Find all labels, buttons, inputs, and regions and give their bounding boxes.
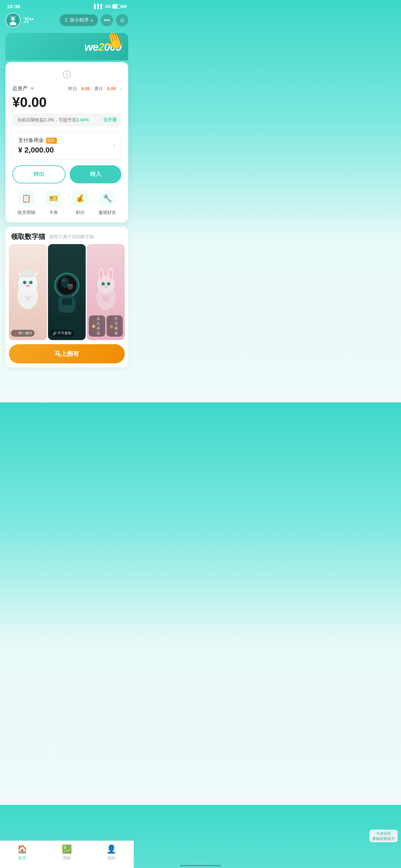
- assets-section: 总资产 👁 昨日 0.00 累计 0.00 › ¥0.00 当前活期收益0.3%…: [12, 85, 121, 126]
- cat1-placeholder: [9, 244, 47, 340]
- reserve-info: 支付备用金 贷款 ¥ 2,000.00: [18, 137, 57, 155]
- svg-point-13: [29, 296, 31, 298]
- yield-text-prefix: 当前活期收益0.3%，可提升至: [17, 117, 76, 122]
- yield-text: 当前活期收益0.3%，可提升至2.40%: [17, 117, 89, 123]
- more-button[interactable]: •••: [101, 14, 113, 26]
- svg-point-30: [109, 269, 112, 279]
- top-actions: ⠿ 加小程序 » ••• ⊙: [60, 14, 128, 26]
- eye-icon[interactable]: 👁: [30, 86, 35, 92]
- banner: we2000 🤚: [5, 33, 128, 60]
- svg-point-1: [10, 22, 16, 25]
- cat3-badge-store: ⭐永久存证: [89, 315, 105, 337]
- total-value: 0.00: [107, 86, 116, 91]
- svg-point-9: [29, 281, 33, 284]
- yesterday-value: 0.00: [81, 86, 90, 91]
- svg-point-22: [70, 284, 73, 286]
- battery-icon: [112, 4, 121, 9]
- svg-point-19: [62, 279, 65, 282]
- cat-section: 领取数字猫 拥有只属于你的数字猫: [5, 227, 128, 367]
- status-time: 19:38: [7, 3, 20, 9]
- network-type: 4G: [105, 4, 111, 9]
- svg-rect-24: [62, 298, 72, 305]
- svg-point-33: [104, 286, 108, 288]
- svg-rect-15: [23, 270, 33, 276]
- cat-image-1[interactable]: 🔖唯一编号: [9, 244, 47, 340]
- scan-icon: ⊙: [120, 17, 124, 24]
- reserve-card[interactable]: 支付备用金 贷款 ¥ 2,000.00 ›: [12, 132, 121, 160]
- status-icons: ▌▌▌ 4G 48: [94, 4, 127, 9]
- arrow-icon: »: [90, 17, 93, 23]
- activate-button[interactable]: 去开通: [103, 117, 117, 123]
- stats-arrow[interactable]: ›: [120, 86, 121, 91]
- cat2-placeholder: [48, 244, 86, 340]
- points-label: 积分: [76, 209, 85, 216]
- add-mini-button[interactable]: ⠿ 加小程序 »: [60, 14, 98, 26]
- assets-title: 总资产 👁: [12, 85, 35, 92]
- avatar[interactable]: [5, 13, 21, 28]
- cat-image-3[interactable]: ⭐永久存证 🔒不可篡改: [87, 244, 125, 340]
- cat-section-title: 领取数字猫: [11, 232, 45, 241]
- transactions-label: 收支明细: [17, 209, 35, 216]
- feature-grid: 📋 收支明细 🎫 卡券 💰 积分 🔧 邀请好友: [12, 190, 121, 216]
- svg-point-29: [100, 269, 102, 279]
- vouchers-label: 卡券: [49, 209, 58, 216]
- total-label: 累计: [94, 86, 103, 92]
- svg-point-12: [25, 296, 27, 298]
- assets-header: 总资产 👁 昨日 0.00 累计 0.00 ›: [12, 85, 121, 92]
- username: 万**: [23, 16, 34, 24]
- svg-point-0: [11, 17, 15, 21]
- loan-badge: 贷款: [46, 137, 57, 144]
- yesterday-label: 昨日: [68, 86, 77, 92]
- assets-stats: 昨日 0.00 累计 0.00 ›: [68, 86, 121, 92]
- action-buttons: 转出 转入: [12, 165, 121, 183]
- status-bar: 19:38 ▌▌▌ 4G 48: [0, 0, 134, 11]
- invite-icon: 🔧: [99, 190, 116, 207]
- collapse-button[interactable]: ∨: [12, 69, 121, 85]
- main-card: ∨ 总资产 👁 昨日 0.00 累计 0.00 › ¥0.00 当前活期收益0.…: [5, 62, 128, 222]
- chevron-down-icon[interactable]: ∨: [63, 70, 71, 79]
- cat3-badge-immutable: 🔒不可篡改: [107, 315, 123, 337]
- yield-bar: 当前活期收益0.3%，可提升至2.40% 去开通: [12, 113, 121, 126]
- top-bar: 万** ⠿ 加小程序 » ••• ⊙: [0, 11, 134, 31]
- yield-highlight: 2.40%: [76, 117, 89, 122]
- cat-images: 🔖唯一编号: [5, 244, 128, 340]
- svg-point-3: [14, 18, 15, 19]
- transfer-out-button[interactable]: 转出: [12, 165, 65, 183]
- cat-section-subtitle: 拥有只属于你的数字猫: [49, 234, 94, 240]
- svg-point-31: [101, 282, 105, 286]
- transfer-in-button[interactable]: 转入: [70, 165, 121, 183]
- battery-level: 48: [122, 4, 127, 9]
- cat-section-header: 领取数字猫 拥有只属于你的数字猫: [5, 227, 128, 244]
- feature-item-transactions[interactable]: 📋 收支明细: [17, 190, 35, 216]
- reserve-arrow: ›: [113, 142, 116, 149]
- vouchers-icon: 🎫: [45, 190, 62, 207]
- assets-label: 总资产: [12, 85, 28, 92]
- reserve-amount: ¥ 2,000.00: [18, 146, 57, 155]
- invite-label: 邀请好友: [98, 209, 116, 216]
- assets-amount: ¥0.00: [12, 95, 121, 110]
- svg-point-32: [107, 282, 110, 286]
- scan-button[interactable]: ⊙: [116, 14, 128, 26]
- signal-icon: ▌▌▌: [94, 4, 104, 9]
- svg-point-36: [107, 296, 109, 299]
- feature-item-points[interactable]: 💰 积分: [72, 190, 88, 216]
- cat2-badge: 🔗不可复制: [50, 330, 74, 337]
- svg-point-10: [26, 285, 30, 287]
- user-info[interactable]: 万**: [5, 13, 34, 28]
- svg-point-2: [11, 18, 12, 19]
- cat-image-2[interactable]: 🔗不可复制: [48, 244, 86, 340]
- points-icon: 💰: [72, 190, 88, 207]
- add-mini-label: 加小程序: [70, 17, 89, 23]
- svg-point-35: [102, 296, 105, 299]
- svg-point-21: [68, 284, 70, 286]
- cat-cta-button[interactable]: 马上拥有: [9, 344, 125, 363]
- feature-item-vouchers[interactable]: 🎫 卡券: [45, 190, 62, 216]
- feature-item-invite[interactable]: 🔧 邀请好友: [98, 190, 116, 216]
- svg-point-8: [23, 281, 26, 284]
- cat1-badge: 🔖唯一编号: [11, 330, 35, 337]
- reserve-title: 支付备用金 贷款: [18, 137, 57, 144]
- cat3-badges: ⭐永久存证 🔒不可篡改: [89, 315, 123, 337]
- transactions-icon: 📋: [18, 190, 35, 207]
- grid-icon: ⠿: [64, 17, 68, 23]
- dots-icon: •••: [104, 17, 110, 23]
